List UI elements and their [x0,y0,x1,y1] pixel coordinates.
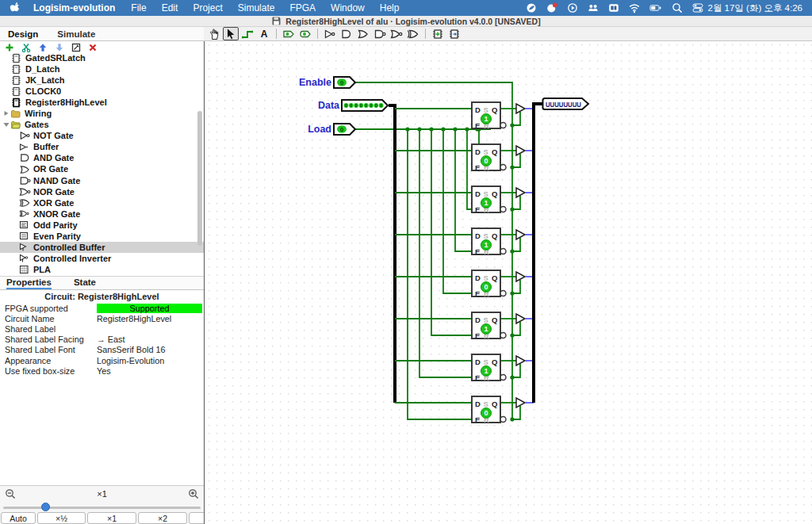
zoom-preset-x1-button[interactable]: ×1 [87,512,136,524]
user-switch-icon[interactable] [588,2,599,13]
zoom-preset-partial-button[interactable] [189,512,204,524]
menu-project[interactable]: Project [193,2,222,13]
not-gate-tool[interactable] [322,27,338,40]
svg-text:S: S [484,189,488,198]
flip-flop-2[interactable]: DSQER0 [472,144,506,172]
flip-flop-5[interactable]: DSQER0 [472,270,506,298]
menu-window[interactable]: Window [331,2,365,13]
output-pin[interactable]: UUUUUUUU [543,98,589,109]
bird-app-icon[interactable] [526,2,537,13]
wifi-icon[interactable] [629,2,640,13]
menu-fpga[interactable]: FPGA [289,2,316,13]
zoom-out-icon[interactable] [5,488,16,499]
tree-item-nand-gate[interactable]: NAND Gate [0,175,204,186]
spotlight-search-icon[interactable] [672,2,683,13]
tree-item-clock0[interactable]: CLOCK0 [0,86,204,97]
nand-gate-tool[interactable] [372,27,388,40]
menu-simulate[interactable]: Simulate [238,2,275,13]
property-value[interactable]: SansSerif Bold 16 [97,345,204,354]
add-circuit-tool[interactable] [430,27,446,40]
move-circuit-down-button[interactable] [54,42,65,52]
poke-tool[interactable] [206,27,222,40]
tree-item-wiring[interactable]: Wiring [0,108,204,119]
tree-item-controlled-inverter[interactable]: Controlled Inverter [0,253,204,264]
menu-help[interactable]: Help [380,2,400,13]
circuit-canvas[interactable]: DSQER1DSQER0DSQER1DSQER1DSQER0DSQER1DSQE… [204,41,812,524]
app-menu-title[interactable]: Logisim-evolution [33,2,115,13]
flip-flop-4[interactable]: DSQER1 [472,228,506,256]
nor-gate-tool[interactable] [389,27,404,40]
flip-flop-6[interactable]: DSQER1 [472,312,506,340]
property-value[interactable]: Register8HighLevel [97,314,204,323]
tree-item-gatedsrlatch[interactable]: GatedSRLatch [0,52,204,63]
input-pin-data[interactable]: Data00000000 [318,100,388,111]
tree-item-register8highlevel[interactable]: Register8HighLevel [0,97,204,108]
property-value[interactable]: → East [97,335,204,344]
tree-item-controlled-buffer[interactable]: Controlled Buffer [0,242,204,253]
control-center-icon[interactable] [692,2,703,13]
tree-item-odd-parity[interactable]: Odd Parity [0,220,204,231]
svg-text:E: E [475,247,480,256]
or-gate-tool[interactable] [355,27,371,40]
tree-item-d-latch[interactable]: D_Latch [0,63,204,75]
flip-flop-3[interactable]: DSQER1 [472,186,506,214]
input-source-icon[interactable] [608,2,619,13]
input-pin-enable[interactable]: Enable0 [299,77,355,88]
tree-item-gates[interactable]: Gates [0,119,204,130]
zoom-slider-thumb[interactable] [41,503,50,511]
edit-appearance-button[interactable] [71,42,82,52]
tree-item-xor-gate[interactable]: XOR Gate [0,197,204,208]
tree-item-label: PLA [33,265,51,274]
collapse-arrow-icon[interactable] [2,120,10,129]
tab-simulate[interactable]: Simulate [57,29,95,39]
add-circuit-button[interactable] [4,42,15,52]
zoom-slider-track[interactable] [3,507,201,509]
tab-properties[interactable]: Properties [6,277,52,289]
xor-gate-tool[interactable] [405,27,421,40]
tree-item-nor-gate[interactable]: NOR Gate [0,186,204,197]
tree-item-or-gate[interactable]: OR Gate [0,163,204,174]
menu-file[interactable]: File [131,2,146,13]
tree-item-buffer[interactable]: Buffer [0,141,204,152]
and-gate-tool[interactable] [339,27,354,40]
battery-icon[interactable] [649,2,662,13]
tree-item-pla[interactable]: PLA [0,264,204,275]
remove-circuit-button[interactable] [87,42,98,52]
zoom-preset-Auto-button[interactable]: Auto [1,512,36,524]
menu-edit[interactable]: Edit [162,2,178,13]
tree-item-even-parity[interactable]: Even Parity [0,231,204,242]
svg-text:E: E [475,205,480,214]
output-pin-tool[interactable] [297,27,313,40]
move-circuit-up-button[interactable] [37,42,48,52]
property-value[interactable]: Logisim-Evolution [97,356,204,365]
text-tool[interactable]: A [256,27,272,40]
input-pin-tool[interactable] [281,27,297,40]
tree-item-not-gate[interactable]: NOT Gate [0,130,204,141]
tree-scrollbar-thumb[interactable] [197,111,202,246]
wiring-tool[interactable] [239,27,255,40]
zoom-preset-xhalf-button[interactable]: ×½ [37,512,86,524]
flip-flop-8[interactable]: DSQER0 [472,396,506,424]
circuit-appearance-tool[interactable] [446,27,462,40]
screen-record-icon[interactable] [567,2,578,13]
edit-tool[interactable] [223,27,239,40]
tree-item-xnor-gate[interactable]: XNOR Gate [0,208,204,220]
expand-arrow-icon[interactable] [2,109,10,118]
zoom-preset-x2-button[interactable]: ×2 [138,512,187,524]
tree-item-jk-latch[interactable]: JK_Latch [0,75,204,86]
property-value[interactable]: Supported [97,304,202,313]
properties-circuit-header: Circuit: Register8HighLevel [0,290,204,303]
zoom-slider[interactable] [0,502,204,512]
tree-scrollbar[interactable] [197,52,203,276]
add-vhdl-button[interactable] [21,42,32,52]
tree-item-and-gate[interactable]: AND Gate [0,152,204,163]
flip-flop-1[interactable]: DSQER1 [472,102,506,130]
apple-menu-icon[interactable] [10,2,21,14]
flip-flop-state: 1 [484,115,488,123]
tab-design[interactable]: Design [8,29,38,39]
tab-state[interactable]: State [74,277,96,289]
flip-flop-7[interactable]: DSQER1 [472,354,506,382]
zoom-in-icon[interactable] [188,488,199,499]
property-value[interactable]: Yes [97,366,204,376]
notification-app-icon[interactable] [546,2,557,13]
